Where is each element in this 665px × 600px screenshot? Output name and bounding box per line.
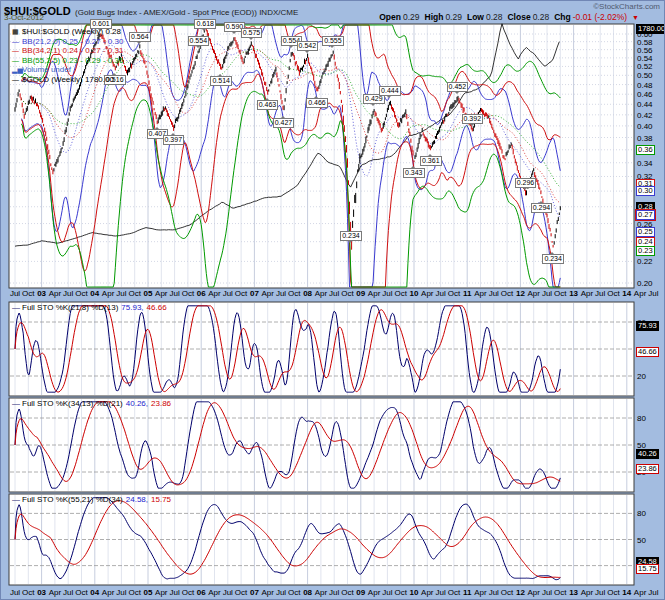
axis-value-marker: 1780.00 [636, 24, 665, 34]
price-annotation: 0.542 [297, 41, 319, 51]
y-axis-tick: 0.22 [637, 257, 653, 266]
line-swatch-icon: — [12, 75, 22, 85]
legend-item-label: $HUI:$GOLD (Weekly) 0.28 [22, 27, 121, 36]
y-axis-tick: 0.20 [637, 279, 653, 288]
legend-item-label: BB(55,2.5) 0.23 - 0.29 - 0.36 [22, 56, 123, 65]
stoch-d-value: 15.75 [151, 495, 171, 504]
stoch-legend-1: —Full STO %K(21,8) %D(13)75.93,46.66 [12, 303, 167, 312]
price-annotation: 0.452 [447, 82, 469, 92]
stoch-d-value: 46.66 [147, 303, 167, 312]
stoch-k-value: 24.58, [126, 495, 148, 504]
line-swatch-icon: — [12, 495, 20, 504]
line-swatch-icon: — [12, 37, 22, 47]
stoch-d-value: 23.86 [151, 399, 171, 408]
price-annotation: 0.618 [194, 19, 216, 29]
chg-value: -0.01 (-2.02%) [573, 12, 627, 22]
y-axis-tick: 0.52 [637, 62, 653, 71]
price-annotation: 0.294 [531, 203, 553, 213]
stoch-legend-text: Full STO %K(34,13) %D(21) [22, 399, 123, 408]
chart-date: 3-Oct-2012 [4, 13, 44, 22]
osc-d-marker: 46.66 [636, 347, 659, 357]
chg-label: Chg [554, 12, 571, 22]
osc-k-marker: 75.93 [636, 321, 659, 331]
stockcharts-chart: $HUI:$GOLD (Gold Bugs Index - AMEX/Gold … [0, 0, 665, 600]
high-label: High [425, 12, 444, 22]
high-value: 0.29 [445, 12, 462, 22]
y-axis-tick: 0.44 [637, 100, 653, 109]
osc-d-marker: 15.75 [636, 564, 659, 574]
stoch-legend-text: Full STO %K(21,8) %D(13) [22, 303, 118, 312]
axis-value-marker: 0.36 [636, 145, 655, 155]
main-legend: ▦$HUI:$GOLD (Weekly) 0.28—BB(21,2.0) 0.2… [12, 27, 123, 84]
y-axis-tick: 0.46 [637, 90, 653, 99]
price-annotation: 0.554 [188, 36, 210, 46]
axis-value-marker: 0.27 [636, 210, 655, 220]
price-annotation: 0.234 [340, 231, 362, 241]
symbol-description: (Gold Bugs Index - AMEX/Gold - Spot Pric… [75, 8, 298, 17]
osc-axis-tick: 80 [637, 414, 646, 423]
low-label: Low [467, 12, 484, 22]
price-annotation: 0.463 [257, 100, 279, 110]
axis-value-marker: 0.30 [636, 186, 655, 196]
price-annotation: 0.466 [306, 98, 328, 108]
price-annotation: 0.514 [210, 76, 232, 86]
price-annotation: 0.296 [515, 178, 537, 188]
stoch-legend-text: Full STO %K(55,21) %D(34) [22, 495, 123, 504]
price-annotation: 0.392 [462, 114, 484, 124]
close-label: Close [507, 12, 530, 22]
osc-axis-tick: 20 [637, 372, 646, 381]
price-annotation: 0.343 [403, 168, 425, 178]
line-swatch-icon: — [12, 303, 20, 312]
legend-item: ▂▅Volume undef [12, 65, 123, 75]
open-label: Open [379, 12, 401, 22]
legend-item: ▦$HUI:$GOLD (Weekly) 0.28 [12, 27, 123, 37]
stoch-legend-2: —Full STO %K(34,13) %D(21)40.26,23.86 [12, 399, 171, 408]
line-swatch-icon: — [12, 399, 20, 408]
price-annotation: 0.575 [241, 28, 263, 38]
y-axis-tick: 0.38 [637, 134, 653, 143]
copyright: ©StockCharts.com [593, 2, 660, 11]
x-axis-label: Jul [644, 289, 662, 298]
close-value: 0.28 [533, 12, 550, 22]
low-value: 0.28 [486, 12, 503, 22]
line-swatch-icon: — [12, 46, 22, 56]
price-annotation: 0.555 [322, 36, 344, 46]
y-axis-tick: 0.40 [637, 122, 653, 131]
candlestick-icon: ▦ [12, 27, 22, 37]
price-annotation: 0.361 [420, 156, 442, 166]
y-axis-tick: 0.50 [637, 71, 653, 80]
legend-item: —BB(21,2.0) 0.25 - 0.27 - 0.30 [12, 37, 123, 47]
down-arrow-icon: ▼ [632, 14, 639, 21]
axis-value-marker: 0.23 [636, 246, 655, 256]
price-annotation: 0.234 [542, 254, 564, 264]
x-axis-label: Jul [644, 588, 662, 597]
y-axis-tick: 0.48 [637, 81, 653, 90]
legend-item-label: BB(34,2.1) 0.24 - 0.27 - 0.31 [22, 46, 123, 55]
chart-canvas [1, 1, 665, 600]
price-annotation: 0.564 [129, 32, 151, 42]
stoch-k-value: 40.26, [126, 399, 148, 408]
osc-axis-tick: 80 [637, 509, 646, 518]
y-axis-tick: 0.42 [637, 111, 653, 120]
volume-icon: ▂▅ [12, 65, 22, 75]
chart-header: $HUI:$GOLD (Gold Bugs Index - AMEX/Gold … [4, 1, 298, 19]
open-value: 0.29 [403, 12, 420, 22]
price-annotation: 0.444 [379, 86, 401, 96]
stoch-legend-3: —Full STO %K(55,21) %D(34)24.58,15.75 [12, 495, 171, 504]
legend-item-label: BB(21,2.0) 0.25 - 0.27 - 0.30 [22, 37, 123, 46]
osc-axis-tick: 50 [637, 536, 646, 545]
legend-item-label: Volume undef [22, 65, 71, 74]
legend-item: —BB(34,2.1) 0.24 - 0.27 - 0.31 [12, 46, 123, 56]
price-annotation: 0.427 [273, 118, 295, 128]
stoch-k-value: 75.93, [121, 303, 143, 312]
line-swatch-icon: — [12, 56, 22, 66]
axis-value-marker: 0.24 [636, 237, 655, 247]
legend-item: —$GOLD (Weekly) 1780.00 [12, 75, 123, 85]
y-axis-tick: 0.34 [637, 159, 653, 168]
ohlc-quote: Open0.29High0.29Low0.28Close0.28Chg-0.01… [379, 12, 639, 22]
osc-k-marker: 40.26 [636, 449, 659, 459]
legend-item: —BB(55,2.5) 0.23 - 0.29 - 0.36 [12, 56, 123, 66]
price-annotation: 0.397 [163, 135, 185, 145]
legend-item-label: $GOLD (Weekly) 1780.00 [22, 75, 114, 84]
osc-d-marker: 23.86 [636, 464, 659, 474]
